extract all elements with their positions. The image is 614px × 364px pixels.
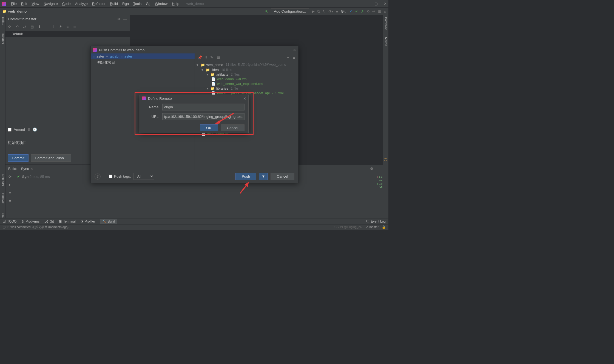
- refresh-icon[interactable]: ⟳: [8, 25, 11, 29]
- search-everywhere-icon[interactable]: ⌕: [384, 9, 386, 13]
- close-dialog-icon[interactable]: ✕: [293, 48, 296, 52]
- expand-all-icon[interactable]: ≡: [287, 55, 289, 59]
- coverage-icon[interactable]: ↻: [323, 9, 326, 13]
- menu-refactor[interactable]: Refactor: [90, 1, 108, 7]
- branch-spec[interactable]: master → gitlab : master: [91, 53, 195, 59]
- changelist-default[interactable]: Default: [5, 31, 130, 37]
- shield-icon[interactable]: 🛡: [384, 158, 387, 162]
- hammer-icon[interactable]: ↖: [265, 9, 268, 13]
- menu-edit[interactable]: Edit: [19, 1, 29, 7]
- rail-commit[interactable]: Commit: [1, 33, 4, 44]
- menu-run[interactable]: Run: [120, 1, 131, 7]
- push-tags-select[interactable]: All: [133, 173, 154, 180]
- lock-icon[interactable]: 🔒: [382, 225, 386, 229]
- cancel-push-button[interactable]: Cancel: [271, 173, 295, 180]
- menu-code[interactable]: Code: [60, 1, 73, 7]
- filter-icon[interactable]: ⏵: [8, 183, 12, 187]
- rollback-icon[interactable]: ↶: [16, 25, 19, 29]
- menu-file[interactable]: File: [9, 1, 19, 7]
- group-icon[interactable]: ⫴: [205, 55, 207, 59]
- rail-database[interactable]: Database: [384, 17, 388, 30]
- tab-profiler[interactable]: ◔ Profiler: [81, 220, 95, 223]
- collapse-all-icon[interactable]: ≣: [292, 55, 295, 59]
- collapse-icon[interactable]: ≣: [73, 25, 76, 29]
- rail-project[interactable]: Project: [1, 17, 4, 26]
- history-icon[interactable]: ⟲: [366, 9, 369, 13]
- menu-build[interactable]: Build: [108, 1, 120, 7]
- rail-web[interactable]: Web: [1, 213, 4, 219]
- hide-panel-icon[interactable]: —: [123, 17, 127, 21]
- git-branch-indicator[interactable]: ⎇ master: [365, 225, 379, 229]
- stop-icon[interactable]: ■: [336, 9, 338, 13]
- pin-icon[interactable]: 📌: [198, 55, 202, 59]
- expand-all-icon[interactable]: ≡: [9, 190, 11, 195]
- tree-file[interactable]: web_demo_war_exploded.xml: [217, 82, 263, 86]
- build-sync-row[interactable]: ✔ Syn 2 sec, 85 ms: [14, 172, 53, 219]
- status-icon[interactable]: ▢: [3, 225, 5, 229]
- edit-icon[interactable]: ✎: [210, 55, 213, 59]
- tab-event-log[interactable]: 🗨 Event Log: [366, 220, 386, 223]
- git-commit-icon[interactable]: ✓: [355, 9, 358, 13]
- tree-libraries[interactable]: libraries: [216, 87, 228, 90]
- help-icon[interactable]: ?: [95, 174, 101, 180]
- push-dropdown[interactable]: ▼: [259, 173, 268, 180]
- amend-checkbox[interactable]: [8, 128, 12, 132]
- gear-icon[interactable]: ⚙: [27, 127, 30, 132]
- close-window-icon[interactable]: ✕: [384, 2, 387, 6]
- git-update-icon[interactable]: ✓: [349, 9, 352, 13]
- breadcrumb[interactable]: 📁 web_demo: [2, 9, 27, 13]
- remote-url-input[interactable]: [162, 113, 245, 120]
- gear-icon[interactable]: ⚙: [117, 17, 121, 21]
- rail-favorites[interactable]: Favorites: [1, 193, 4, 205]
- structure-icon[interactable]: ▦: [378, 9, 381, 13]
- run-icon[interactable]: ▶: [312, 9, 315, 13]
- push-tags-checkbox[interactable]: [109, 175, 112, 178]
- git-push-icon[interactable]: ↗: [361, 9, 364, 13]
- tab-todo[interactable]: ☑ TODO: [3, 220, 16, 223]
- menu-window[interactable]: Window: [153, 1, 170, 7]
- history-icon[interactable]: 🕘: [33, 127, 37, 132]
- tab-build[interactable]: 🔨 Build: [100, 219, 117, 224]
- changelist-icon[interactable]: ▤: [30, 25, 34, 29]
- run-config-dropdown[interactable]: Add Configuration...: [271, 8, 309, 14]
- build-tab-sync[interactable]: Sync ✕: [21, 167, 34, 171]
- gear-icon[interactable]: ⚙: [370, 167, 373, 171]
- menu-git[interactable]: Git: [144, 1, 153, 7]
- rerun-icon[interactable]: ⟳: [8, 175, 12, 179]
- group-icon[interactable]: ⫴: [53, 24, 54, 29]
- tree-idea[interactable]: .idea: [211, 68, 219, 72]
- tab-problems[interactable]: ⊘ Problems: [21, 220, 39, 223]
- commit-list-item[interactable]: 初始化项目: [91, 59, 195, 66]
- tree-file[interactable]: web_demo_war.xml: [217, 77, 247, 81]
- remote-name-input[interactable]: [162, 104, 245, 110]
- menu-help[interactable]: Help: [170, 1, 181, 7]
- maximize-icon[interactable]: ▢: [374, 2, 378, 6]
- close-dialog-icon[interactable]: ✕: [243, 96, 246, 101]
- diff-icon[interactable]: ▤: [217, 55, 220, 59]
- menu-navigate[interactable]: Navigate: [41, 1, 60, 7]
- tree-artifacts[interactable]: artifacts: [216, 73, 228, 76]
- remote-name-link[interactable]: gitlab: [110, 54, 118, 58]
- push-button[interactable]: Push: [235, 173, 256, 180]
- tab-git[interactable]: ⎇ Git: [44, 220, 54, 223]
- diff-icon[interactable]: ⇄: [23, 25, 26, 29]
- collapse-all-icon[interactable]: ≣: [8, 198, 12, 203]
- menu-analyze[interactable]: Analyze: [73, 1, 90, 7]
- menu-tools[interactable]: Tools: [131, 1, 144, 7]
- tree-root[interactable]: web_demo: [206, 63, 223, 67]
- commit-button[interactable]: Commit: [8, 154, 29, 162]
- cancel-button[interactable]: Cancel: [221, 124, 245, 131]
- close-tab-icon[interactable]: ✕: [30, 167, 33, 171]
- minimize-icon[interactable]: —: [365, 2, 368, 6]
- rail-maven[interactable]: Maven: [384, 37, 388, 46]
- commit-and-push-button[interactable]: Commit and Push...: [31, 154, 71, 162]
- expand-icon[interactable]: ≡: [67, 25, 69, 29]
- debug-icon[interactable]: ⧉: [317, 9, 320, 14]
- shelve-icon[interactable]: ⬇: [38, 25, 41, 29]
- rollback-icon[interactable]: ↩: [372, 9, 375, 13]
- menu-view[interactable]: View: [29, 1, 41, 7]
- show-icon[interactable]: 👁: [59, 25, 62, 29]
- ok-button[interactable]: OK: [200, 124, 218, 131]
- rail-structure[interactable]: Structure: [1, 174, 4, 186]
- remote-branch-link[interactable]: master: [121, 54, 132, 58]
